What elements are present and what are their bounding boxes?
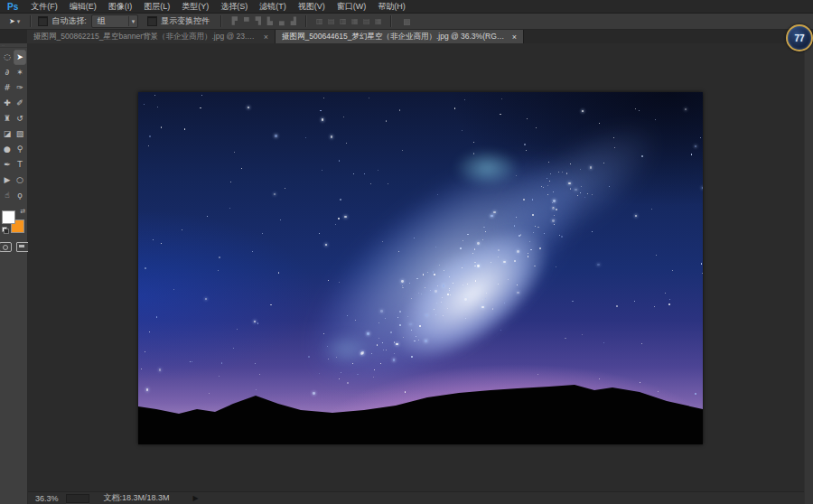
separator	[30, 15, 32, 27]
options-bar: ➤ ▾ 自动选择: 组 ▾ 显示变换控件 ▛▀▜▙▄▟ ▥▤▥▦▤▦ ▩	[0, 14, 813, 30]
menu-item-type[interactable]: 类型(Y)	[182, 1, 209, 13]
auto-select-mode-dropdown[interactable]: 组 ▾	[91, 14, 139, 28]
panel-grip[interactable]: ∙∙	[0, 43, 27, 48]
align-bottom-edges-icon[interactable]: ▜	[252, 17, 264, 25]
photoshop-logo: Ps	[7, 2, 18, 12]
pen-tool[interactable]: ✒	[1, 157, 14, 173]
menu-item-layer[interactable]: 图层(L)	[144, 1, 170, 13]
menu-bar: Ps 文件(F)编辑(E)图像(I)图层(L)类型(Y)选择(S)滤镜(T)视图…	[0, 0, 813, 14]
move-tool-icon: ➤	[9, 17, 15, 25]
tab-document-2[interactable]: 摄图网_500644615_梦幻星空（非企业商用）.jpg @ 36.3%(RG…	[276, 30, 524, 43]
magic-wand-tool[interactable]: ✶	[14, 65, 26, 80]
status-scrubber[interactable]	[66, 494, 89, 503]
screen-mode-button[interactable]	[16, 242, 29, 252]
show-transform-checkbox[interactable]	[147, 16, 157, 26]
hand-tool[interactable]: ☝	[1, 188, 14, 203]
tools-grid: ◌➤∂✶#✑✚✐♜↺◪▧●⚲✒T▶○☝ϙ	[1, 50, 26, 203]
elliptical-marquee-tool[interactable]: ◌	[1, 50, 14, 65]
separator	[220, 15, 222, 27]
photoshop-window: Ps 文件(F)编辑(E)图像(I)图层(L)类型(Y)选择(S)滤镜(T)视图…	[0, 0, 813, 504]
align-icons-group: ▛▀▜▙▄▟	[229, 17, 299, 25]
document-tab-bar: 摄图网_500862215_星空banner背景（非企业商用）.jpg @ 23…	[0, 30, 813, 43]
history-brush-tool[interactable]: ↺	[14, 111, 26, 126]
blur-tool[interactable]: ●	[1, 142, 14, 157]
lasso-tool[interactable]: ∂	[1, 65, 14, 80]
separator	[390, 15, 392, 27]
menu-item-image[interactable]: 图像(I)	[108, 1, 133, 13]
path-selection-tool[interactable]: ▶	[1, 173, 14, 188]
auto-align-layers-icon[interactable]: ▩	[398, 17, 415, 26]
distribute-vertical-centers-icon[interactable]: ▤	[325, 17, 337, 25]
zoom-level-field[interactable]: 36.3%	[35, 494, 59, 503]
zoom-tool[interactable]: ϙ	[14, 188, 26, 203]
menu-item-view[interactable]: 视图(V)	[298, 1, 325, 13]
brush-tool[interactable]: ✐	[14, 96, 26, 111]
menu-item-edit[interactable]: 编辑(E)	[70, 1, 97, 13]
status-options-arrow[interactable]: ▶	[193, 494, 199, 502]
move-tool[interactable]: ➤	[14, 50, 26, 65]
menu-item-file[interactable]: 文件(F)	[31, 1, 58, 13]
distribute-bottom-edges-icon[interactable]: ▥	[337, 17, 349, 25]
tools-panel: ∙∙ ◌➤∂✶#✑✚✐♜↺◪▧●⚲✒T▶○☝ϙ ⇄	[0, 43, 28, 504]
align-left-edges-icon[interactable]: ▙	[264, 17, 276, 25]
panel-dock-edge	[804, 43, 813, 504]
menu-item-select[interactable]: 选择(S)	[220, 1, 248, 13]
separator	[305, 15, 307, 27]
healing-brush-tool[interactable]: ✚	[1, 96, 14, 111]
ellipse-tool[interactable]: ○	[14, 173, 26, 188]
align-top-edges-icon[interactable]: ▛	[229, 17, 240, 25]
menu-bar-items: 文件(F)编辑(E)图像(I)图层(L)类型(Y)选择(S)滤镜(T)视图(V)…	[31, 1, 417, 13]
distribute-horizontal-centers-icon[interactable]: ▤	[360, 17, 372, 25]
gradient-tool[interactable]: ▧	[14, 126, 26, 142]
dodge-tool[interactable]: ⚲	[14, 142, 26, 157]
auto-select-mode-value: 组	[92, 15, 128, 27]
chevron-down-icon: ▾	[128, 16, 138, 26]
auto-select-checkbox[interactable]	[38, 16, 48, 26]
show-transform-label: 显示变换控件	[161, 15, 210, 27]
type-tool[interactable]: T	[14, 157, 26, 173]
tool-preset-picker[interactable]: ➤ ▾	[5, 17, 23, 25]
distribute-left-edges-icon[interactable]: ▦	[349, 17, 360, 25]
distribute-right-edges-icon[interactable]: ▦	[372, 17, 384, 25]
mountain-silhouette	[138, 92, 703, 444]
eraser-tool[interactable]: ◪	[1, 126, 14, 142]
tab-title: 摄图网_500862215_星空banner背景（非企业商用）.jpg @ 23…	[33, 32, 258, 42]
auto-select-label: 自动选择:	[51, 15, 87, 27]
document-size-info: 文档:18.3M/18.3M	[104, 492, 170, 504]
align-right-edges-icon[interactable]: ▟	[287, 17, 299, 25]
align-vertical-centers-icon[interactable]: ▀	[240, 17, 252, 25]
menu-item-filter[interactable]: 滤镜(T)	[259, 1, 286, 13]
tab-document-1[interactable]: 摄图网_500862215_星空banner背景（非企业商用）.jpg @ 23…	[27, 30, 276, 43]
color-swatches: ⇄	[2, 210, 25, 234]
chevron-down-icon: ▾	[17, 18, 21, 25]
quick-mask-button[interactable]	[0, 242, 12, 252]
align-horizontal-centers-icon[interactable]: ▄	[276, 17, 287, 25]
document-canvas[interactable]	[138, 92, 703, 444]
menu-item-window[interactable]: 窗口(W)	[337, 1, 367, 13]
close-icon[interactable]: ×	[264, 33, 268, 42]
canvas-pasteboard	[28, 43, 804, 491]
distribute-icons-group: ▥▤▥▦▤▦	[313, 17, 384, 25]
swap-colors-icon[interactable]: ⇄	[20, 208, 25, 215]
foreground-color-swatch[interactable]	[2, 210, 15, 224]
floating-assistant-badge[interactable]: 77	[786, 24, 813, 51]
clone-stamp-tool[interactable]: ♜	[1, 111, 14, 126]
menu-item-help[interactable]: 帮助(H)	[378, 1, 406, 13]
close-icon[interactable]: ×	[512, 33, 517, 42]
default-colors-icon[interactable]	[2, 227, 8, 232]
distribute-top-edges-icon[interactable]: ▥	[313, 17, 325, 25]
eyedropper-tool[interactable]: ✑	[14, 80, 26, 96]
badge-value: 77	[794, 33, 804, 43]
crop-tool[interactable]: #	[1, 80, 14, 96]
tab-title: 摄图网_500644615_梦幻星空（非企业商用）.jpg @ 36.3%(RG…	[282, 32, 507, 42]
status-bar: 36.3% 文档:18.3M/18.3M ▶	[28, 491, 804, 504]
